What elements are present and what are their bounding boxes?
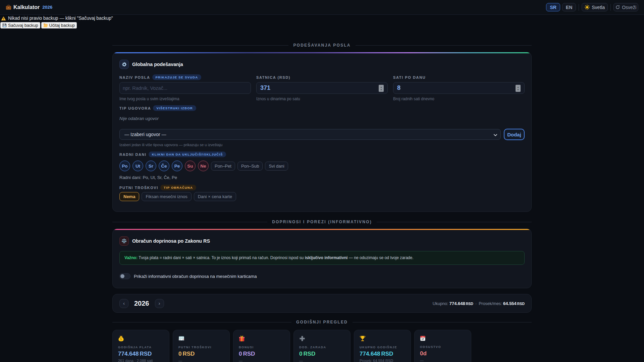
svg-text:July: July — [422, 336, 424, 338]
svg-text:17: 17 — [421, 338, 424, 341]
